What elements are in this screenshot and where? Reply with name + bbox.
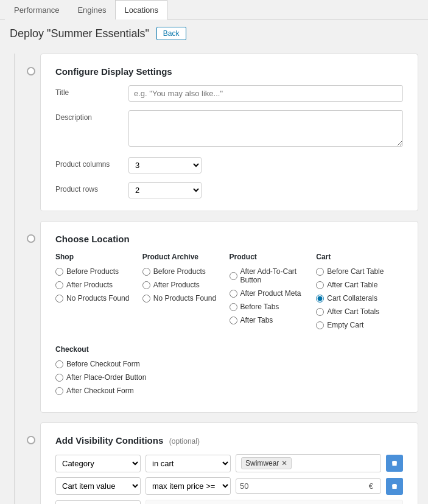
choose-location-title: Choose Location [55,234,403,244]
cart-before-cart-table[interactable]: Before Cart Table [316,267,403,276]
condition2-select[interactable]: Cart item value Category [55,477,141,495]
tag-label: Swimwear [245,459,279,467]
shop-no-products-found[interactable]: No Products Found [55,294,142,303]
step-dot-1 [27,67,35,75]
empty-fill [146,500,403,504]
visibility-title: Add Visibility Conditions [55,435,163,446]
checkout-before-form[interactable]: Before Checkout Form [55,360,403,368]
page-title: Deploy "Summer Essentials" [10,27,149,40]
cart-after-cart-table[interactable]: After Cart Table [316,281,403,289]
condition-row-2: Cart item value Category max item price … [55,477,403,495]
checkout-section: Checkout Before Checkout Form After Plac… [55,345,403,395]
delete-condition-2-button[interactable] [386,478,403,495]
product-after-meta[interactable]: After Product Meta [230,289,317,298]
shop-after-products[interactable]: After Products [55,281,142,289]
pa-no-products-found[interactable]: No Products Found [142,294,230,303]
back-button[interactable]: Back [156,27,186,40]
tabs-bar: Performance Engines Locations [0,0,428,19]
title-input[interactable] [128,85,403,102]
shop-before-products[interactable]: Before Products [55,267,142,276]
trash-icon [391,460,398,467]
location-col-product-archive: Product Archive Before Products After Pr… [142,253,230,334]
pa-before-products[interactable]: Before Products [142,267,230,276]
cart-header: Cart [316,253,403,261]
display-settings-title: Configure Display Settings [55,66,403,77]
condition2-operator-select[interactable]: max item price >= min item price >= [146,477,231,495]
description-label: Description [55,110,128,122]
product-rows-label: Product rows [55,182,128,194]
location-col-shop: Shop Before Products After Products No P… [55,253,142,334]
product-columns-label: Product columns [55,157,128,169]
product-before-tabs[interactable]: Before Tabs [230,303,317,311]
trash-icon-2 [391,483,398,490]
tab-engines[interactable]: Engines [68,0,115,19]
condition-row-1: Category Cart item value User role in ca… [55,454,403,472]
visibility-optional: (optional) [169,437,200,446]
location-col-cart: Cart Before Cart Table After Cart Table … [316,253,403,334]
product-header: Product [230,253,317,261]
choose-location-card: Choose Location Shop Before Products Aft… [40,221,418,413]
tab-locations[interactable]: Locations [115,0,167,19]
swimwear-tag: Swimwear ✕ [241,457,292,469]
step-dot-3 [27,436,35,444]
checkout-header: Checkout [55,345,403,354]
description-textarea[interactable] [128,110,403,147]
product-after-tabs[interactable]: After Tabs [230,316,317,324]
euro-suffix: € [365,481,377,491]
add-condition-select[interactable]: Add condition [55,500,141,505]
cart-collaterals[interactable]: Cart Collaterals [316,294,403,303]
location-col-product: Product After Add-To-Cart Button After P… [230,253,317,334]
condition1-operator-select[interactable]: in cart not in cart [146,455,231,472]
visibility-card: Add Visibility Conditions (optional) Cat… [40,422,418,504]
tag-container-1: Swimwear ✕ [236,454,381,472]
step-dot-2 [27,234,35,243]
product-rows-select[interactable]: 1 2 3 4 [128,182,202,198]
add-condition-row: Add condition [55,500,403,504]
display-settings-card: Configure Display Settings Title Descrip… [40,54,418,211]
shop-header: Shop [55,253,142,261]
tab-performance[interactable]: Performance [5,0,68,19]
tag-close-icon[interactable]: ✕ [281,460,287,467]
title-label: Title [55,85,128,97]
cart-empty[interactable]: Empty Cart [316,321,403,329]
cart-after-totals[interactable]: After Cart Totals [316,307,403,316]
checkout-after-form[interactable]: After Checkout Form [55,387,403,395]
product-columns-select[interactable]: 1 2 3 4 5 [128,157,202,173]
condition2-value-input[interactable] [240,479,365,493]
condition1-select[interactable]: Category Cart item value User role [55,455,141,472]
pa-after-products[interactable]: After Products [142,281,230,289]
delete-condition-1-button[interactable] [386,455,403,472]
product-archive-header: Product Archive [142,253,230,261]
product-after-add-to-cart[interactable]: After Add-To-Cart Button [230,267,317,284]
checkout-after-place-order[interactable]: After Place-Order Button [55,373,403,382]
page-header: Deploy "Summer Essentials" Back [0,19,428,47]
